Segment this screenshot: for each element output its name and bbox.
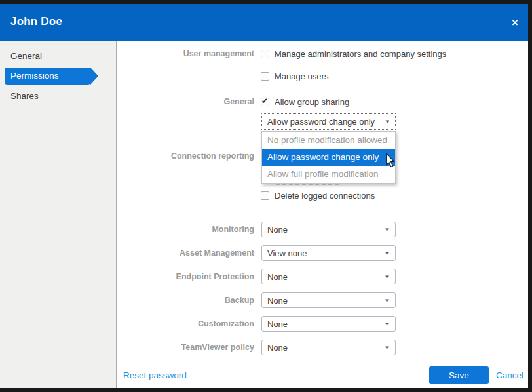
manage-admins-checkbox-label: Manage administrators and company settin…	[275, 50, 446, 59]
manage-users-row: Manage users	[261, 72, 328, 81]
dropdown-arrow-icon[interactable]: ▼	[379, 269, 395, 284]
reset-password-link[interactable]: Reset password	[123, 370, 187, 380]
endpoint-protection-label: Endpoint Protection	[117, 272, 254, 281]
delete-logged-connections-checkbox-label: Delete logged connections	[275, 191, 375, 201]
asset-management-label: Asset Management	[117, 248, 254, 258]
customization-select[interactable]: None ▼	[261, 316, 396, 332]
user-management-label: User management	[117, 49, 254, 58]
dropdown-arrow-icon[interactable]: ▼	[379, 246, 395, 260]
titlebar: John Doe ✕	[0, 4, 528, 41]
sidebar-item-label: Shares	[10, 91, 39, 101]
page-title: John Doe	[10, 15, 62, 28]
close-button[interactable]: ✕	[509, 18, 521, 29]
allow-group-sharing-checkbox[interactable]	[261, 98, 269, 106]
teamviewer-policy-label: TeamViewer policy	[117, 343, 254, 352]
footer-divider	[123, 359, 524, 359]
delete-logged-row: Delete logged connections	[261, 191, 375, 201]
dropdown-arrow-icon[interactable]: ▼	[379, 222, 395, 237]
sidebar-item-general[interactable]: General	[0, 48, 111, 65]
close-icon: ✕	[512, 18, 519, 28]
backup-select[interactable]: None ▼	[261, 292, 396, 308]
select-value: None	[267, 296, 288, 305]
profile-modification-dropdown: No profile modification allowed Allow pa…	[261, 131, 396, 184]
select-value: None	[267, 272, 288, 282]
monitoring-select[interactable]: None ▼	[261, 222, 396, 237]
monitoring-label: Monitoring	[117, 225, 254, 234]
manage-admins-checkbox[interactable]	[261, 50, 269, 58]
general-label: General	[117, 97, 254, 106]
sidebar: General Permissions Shares	[0, 41, 117, 388]
cancel-link[interactable]: Cancel	[496, 370, 523, 380]
sidebar-item-label: General	[10, 51, 42, 61]
manage-users-checkbox-label: Manage users	[275, 72, 328, 81]
dropdown-arrow-icon[interactable]: ▼	[379, 317, 395, 331]
select-value: None	[267, 343, 288, 353]
select-value: None	[267, 319, 288, 329]
delete-logged-connections-checkbox[interactable]	[261, 191, 269, 200]
connection-reporting-label: Connection reporting	[117, 151, 254, 161]
select-value: View none	[267, 248, 307, 258]
asset-management-select[interactable]: View none ▼	[261, 245, 396, 261]
sidebar-item-permissions[interactable]: Permissions	[5, 68, 90, 85]
sidebar-item-shares[interactable]: Shares	[0, 88, 111, 105]
dropdown-option-password-only[interactable]: Allow password change only	[262, 149, 395, 166]
mouse-cursor-icon	[385, 153, 395, 168]
sidebar-item-label: Permissions	[10, 71, 59, 81]
dropdown-option-no-modification[interactable]: No profile modification allowed	[262, 132, 395, 149]
profile-modification-select[interactable]: Allow password change only ▼	[261, 113, 396, 130]
customization-label: Customization	[117, 319, 254, 328]
allow-group-sharing-checkbox-label: Allow group sharing	[275, 98, 349, 107]
group-sharing-row: Allow group sharing	[261, 98, 349, 107]
dropdown-arrow-icon[interactable]: ▼	[379, 340, 395, 355]
dropdown-arrow-icon[interactable]: ▼	[379, 114, 395, 129]
dropdown-option-full-modification[interactable]: Allow full profile modification	[262, 166, 395, 183]
teamviewer-policy-select[interactable]: None ▼	[261, 340, 396, 355]
manage-users-checkbox[interactable]	[261, 72, 269, 81]
select-value: None	[267, 225, 288, 235]
permissions-panel: User management Manage administrators an…	[117, 41, 528, 388]
endpoint-protection-select[interactable]: None ▼	[261, 269, 396, 284]
save-button[interactable]: Save	[429, 366, 489, 384]
user-dialog: John Doe ✕ General Permissions Shares Us…	[0, 4, 528, 388]
manage-admins-row: Manage administrators and company settin…	[261, 50, 446, 59]
dropdown-arrow-icon[interactable]: ▼	[379, 293, 395, 307]
backup-label: Backup	[117, 296, 254, 305]
window-frame: John Doe ✕ General Permissions Shares Us…	[0, 0, 532, 392]
select-value: Allow password change only	[267, 117, 375, 127]
